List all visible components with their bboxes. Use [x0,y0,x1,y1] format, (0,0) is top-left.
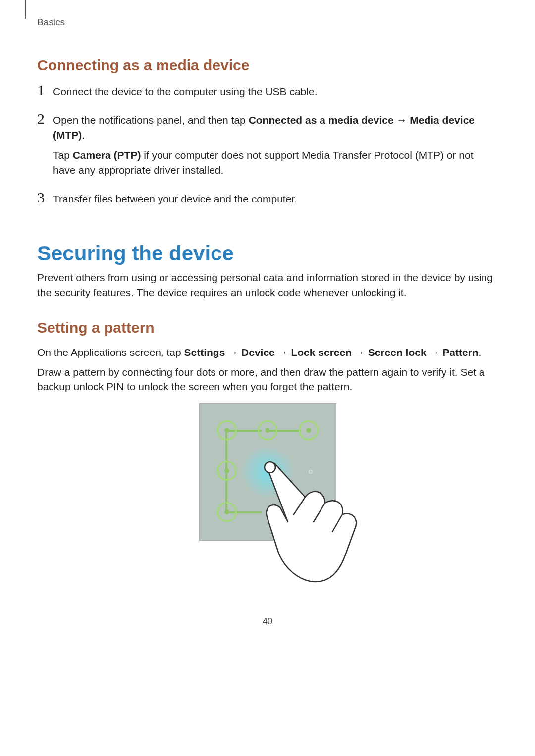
step-3: 3 Transfer files between your device and… [37,190,498,212]
pattern-dot [217,461,237,481]
step2-line1: Open the notifications panel, and then t… [53,113,498,142]
pattern-path: On the Applications screen, tap Settings… [37,345,498,359]
text-fragment: On the Applications screen, tap [37,347,184,358]
step-number: 2 [37,111,52,126]
text-fragment: Open the notifications panel, and then t… [53,114,249,126]
heading-connecting: Connecting as a media device [37,57,498,74]
pattern-lock-illustration [199,403,336,541]
step-2: 2 Open the notifications panel, and then… [37,111,498,183]
arrow-icon: → [427,347,443,358]
bold-text: Pattern [442,347,478,358]
bold-text: Device [241,347,275,358]
heading-securing: Securing the device [37,242,498,265]
page-content: Connecting as a media device 1 Connect t… [37,57,498,627]
step-number: 3 [37,190,52,205]
pattern-figure [196,403,339,587]
arrow-icon: → [352,347,368,358]
arrow-icon: → [394,114,410,126]
text-fragment: Tap [53,150,73,161]
pattern-dot [258,420,277,440]
text-fragment: . [82,129,85,141]
bold-text: Connected as a media device [249,114,394,126]
pattern-dot [217,420,237,440]
step3-text: Transfer files between your device and t… [53,192,498,206]
pattern-dot [299,420,319,440]
arrow-icon: → [275,347,291,358]
heading-pattern: Setting a pattern [37,319,498,336]
bold-text: Lock screen [291,347,352,358]
hand-icon [258,457,372,586]
step-number: 1 [37,83,52,98]
bold-text: Camera (PTP) [73,150,141,161]
pattern-dot [217,502,237,522]
step1-text: Connect the device to the computer using… [53,84,498,99]
header-rule [25,0,26,19]
bold-text: Settings [184,347,225,358]
step2-note: Tap Camera (PTP) if your computer does n… [53,148,498,177]
manual-page: Basics Connecting as a media device 1 Co… [0,0,535,647]
text-fragment: . [479,347,482,358]
step-text: Connect the device to the computer using… [52,83,498,104]
pattern-instructions: Draw a pattern by connecting four dots o… [37,365,498,394]
svg-point-0 [265,462,275,473]
arrow-icon: → [225,347,241,358]
step-text: Open the notifications panel, and then t… [52,111,498,183]
step-text: Transfer files between your device and t… [52,190,498,212]
step-1: 1 Connect the device to the computer usi… [37,83,498,104]
securing-intro: Prevent others from using or accessing p… [37,270,498,300]
page-number: 40 [37,616,498,627]
bold-text: Screen lock [368,347,427,358]
section-label: Basics [37,17,65,28]
